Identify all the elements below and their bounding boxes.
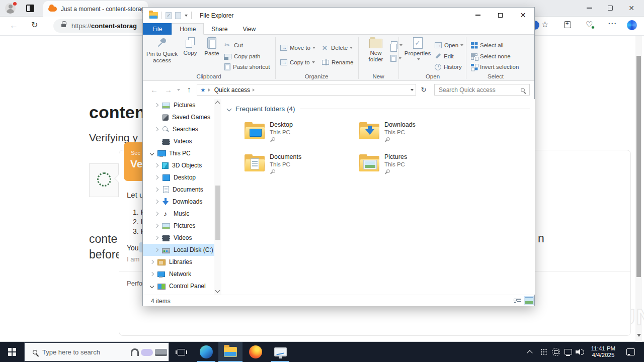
expand-chevron-icon[interactable] — [154, 163, 158, 167]
browser-close-button[interactable]: ✕ — [621, 0, 642, 16]
task-view-button[interactable] — [169, 342, 193, 362]
nav-item-pictures-pc[interactable]: Pictures — [143, 220, 214, 232]
folder-tile-desktop[interactable]: Desktop This PC — [245, 120, 358, 149]
nav-item-music[interactable]: Music — [143, 208, 214, 220]
browser-menu-icon[interactable]: ⋯ — [608, 19, 617, 28]
nav-item-libraries[interactable]: Libraries — [143, 256, 214, 268]
folder-tile-documents[interactable]: Documents This PC — [245, 152, 358, 182]
move-to-button[interactable]: Move to — [280, 43, 315, 52]
taskbar-search-input[interactable] — [42, 348, 131, 356]
refresh-button[interactable]: ↻ — [419, 84, 429, 96]
explorer-address-bar[interactable]: ★ Quick access — [197, 84, 416, 96]
favorites-star-icon[interactable]: ☆ — [541, 21, 548, 29]
new-item-button[interactable] — [390, 54, 401, 63]
collapse-chevron-icon[interactable] — [150, 284, 154, 288]
explorer-title-bar[interactable]: File Explorer ✕ — [143, 8, 534, 23]
browser-minimize-button[interactable] — [579, 0, 600, 16]
section-collapse-chevron-icon[interactable] — [227, 107, 232, 112]
nav-item-3d-objects[interactable]: 3D Objects — [143, 159, 214, 171]
nav-item-pictures[interactable]: Pictures — [143, 99, 214, 111]
collections-icon[interactable] — [564, 21, 571, 28]
folder-tile-downloads[interactable]: Downloads This PC — [359, 120, 472, 149]
select-all-button[interactable]: Select all — [471, 41, 504, 50]
tab-home[interactable]: Home — [172, 23, 204, 35]
taskbar-monitor-app-button[interactable] — [268, 342, 292, 362]
nav-item-downloads[interactable]: Downloads — [143, 196, 214, 208]
nav-item-desktop[interactable]: Desktop — [143, 171, 214, 184]
explorer-search-box[interactable] — [434, 84, 530, 96]
search-input[interactable] — [435, 86, 521, 94]
qat-customize-chevron-icon[interactable] — [185, 15, 188, 18]
taskbar-firefox-button[interactable] — [244, 342, 268, 362]
page-scrollbar[interactable] — [635, 36, 642, 342]
qat-properties-icon[interactable] — [166, 12, 172, 19]
copy-button[interactable]: Copy — [180, 37, 200, 71]
tray-app-icon[interactable] — [538, 342, 550, 362]
nav-forward-button[interactable]: → — [165, 86, 172, 94]
paste-button[interactable]: Paste — [201, 37, 222, 71]
qat-new-folder-icon[interactable] — [175, 12, 181, 19]
up-one-level-button[interactable]: ↑ — [187, 85, 191, 93]
browser-refresh-button[interactable]: ↻ — [31, 21, 38, 29]
invert-selection-button[interactable]: Invert selection — [471, 62, 519, 71]
nav-item-saved-games[interactable]: Saved Games — [143, 111, 214, 123]
copy-to-button[interactable]: Copy to — [280, 58, 315, 67]
expand-chevron-icon[interactable] — [154, 224, 158, 228]
cut-button[interactable]: ✂ Cut — [224, 41, 243, 50]
search-magnifier-icon[interactable] — [521, 88, 525, 92]
expand-chevron-icon[interactable] — [154, 127, 158, 131]
taskbar-file-explorer-button[interactable] — [218, 342, 243, 362]
expand-chevron-icon[interactable] — [150, 272, 154, 276]
explorer-close-button[interactable]: ✕ — [512, 8, 534, 23]
page-scrollbar-thumb[interactable] — [636, 56, 641, 277]
delete-button[interactable]: ✕ Delete — [322, 43, 353, 52]
expand-chevron-icon[interactable] — [154, 188, 158, 192]
rename-button[interactable]: Rename — [322, 58, 353, 67]
explorer-maximize-button[interactable] — [489, 8, 512, 23]
copilot-icon[interactable] — [627, 20, 637, 30]
scroll-up-arrow-icon[interactable] — [215, 101, 220, 106]
address-dropdown-caret-icon[interactable] — [411, 89, 414, 93]
action-center-button[interactable] — [623, 342, 638, 362]
details-view-button[interactable] — [514, 298, 521, 304]
workspaces-icon[interactable] — [26, 5, 34, 12]
browser-back-button[interactable]: ← — [10, 21, 18, 30]
expand-chevron-icon[interactable] — [150, 260, 154, 264]
expand-chevron-icon[interactable] — [154, 212, 158, 216]
open-button[interactable]: Open — [435, 41, 463, 50]
properties-button[interactable]: Properties — [403, 37, 432, 71]
nav-pane-scrollbar[interactable] — [214, 99, 221, 295]
edit-button[interactable]: Edit — [435, 52, 454, 61]
nav-item-videos-pc[interactable]: Videos — [143, 232, 214, 244]
tray-show-hidden-icons-button[interactable] — [524, 342, 536, 362]
nav-item-network[interactable]: Network — [143, 268, 214, 280]
nav-scrollbar-thumb[interactable] — [215, 186, 220, 240]
nav-item-this-pc[interactable]: This PC — [143, 147, 214, 159]
taskbar-clock[interactable]: 11:41 PM 4/4/2025 — [585, 342, 621, 362]
start-button[interactable] — [0, 342, 24, 362]
select-none-button[interactable]: Select none — [471, 52, 511, 61]
browser-maximize-button[interactable] — [600, 0, 621, 16]
new-folder-button[interactable]: New folder — [363, 37, 389, 71]
breadcrumb-separator-icon[interactable] — [253, 88, 256, 92]
taskbar-edge-button[interactable] — [194, 342, 218, 362]
large-icons-view-button[interactable] — [525, 297, 533, 304]
nav-item-searches[interactable]: Searches — [143, 123, 214, 135]
pin-to-quick-access-button[interactable]: Pin to Quick access — [146, 37, 178, 71]
browser-tab[interactable]: Just a moment - content-storag — [43, 1, 148, 17]
expand-chevron-icon[interactable] — [154, 175, 158, 179]
scroll-down-arrow-icon[interactable] — [215, 288, 220, 293]
nav-item-control-panel[interactable]: Control Panel — [143, 280, 214, 292]
expand-chevron-icon[interactable] — [154, 236, 158, 240]
tray-network-icon[interactable] — [562, 342, 574, 362]
nav-item-local-disk-c[interactable]: Local Disk (C:) — [143, 244, 214, 256]
tab-share[interactable]: Share — [204, 23, 235, 35]
recent-locations-caret-icon[interactable] — [177, 89, 180, 93]
taskbar-search-box[interactable] — [24, 342, 169, 361]
collapse-chevron-icon[interactable] — [150, 151, 154, 155]
paste-shortcut-button[interactable]: Paste shortcut — [224, 62, 270, 71]
nav-back-button[interactable]: ← — [150, 86, 158, 94]
tab-file[interactable]: File — [143, 23, 172, 35]
explorer-minimize-button[interactable] — [466, 8, 489, 23]
easy-access-button[interactable] — [390, 41, 403, 50]
